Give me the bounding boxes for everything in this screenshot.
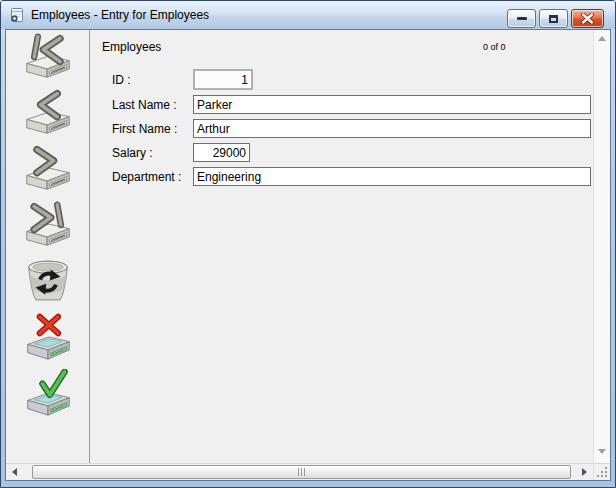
- vertical-scrollbar[interactable]: [593, 30, 610, 463]
- next-record-button[interactable]: [23, 145, 73, 193]
- last-record-button[interactable]: [23, 201, 73, 249]
- scroll-down-icon[interactable]: [598, 449, 606, 454]
- cancel-x-drive-icon: [24, 313, 72, 361]
- department-field[interactable]: [193, 167, 591, 186]
- previous-record-button[interactable]: [23, 89, 73, 137]
- scroll-up-icon[interactable]: [598, 36, 606, 41]
- scroll-right-button[interactable]: [576, 464, 593, 480]
- client-area: Employees 0 of 0 ID : Last Name : First …: [5, 29, 611, 481]
- last-name-field[interactable]: [193, 95, 591, 114]
- minimize-button[interactable]: [507, 9, 536, 28]
- close-button[interactable]: [571, 9, 604, 28]
- previous-record-icon: [24, 89, 72, 137]
- form-heading: Employees: [102, 40, 161, 54]
- horizontal-scrollbar-row: [6, 463, 610, 480]
- post-edits-button[interactable]: [23, 369, 73, 417]
- minimize-icon: [517, 17, 527, 20]
- scroll-left-button[interactable]: [6, 464, 23, 480]
- field-row-first-name: First Name :: [112, 118, 591, 139]
- id-label: ID :: [112, 73, 193, 87]
- salary-field[interactable]: [193, 143, 250, 162]
- resize-grip[interactable]: [593, 464, 610, 480]
- horizontal-scrollbar-track[interactable]: [23, 464, 576, 480]
- field-row-department: Department :: [112, 166, 591, 187]
- salary-label: Salary :: [112, 146, 193, 160]
- field-row-id: ID :: [112, 69, 253, 90]
- window-controls: [507, 9, 604, 28]
- record-counter: 0 of 0: [483, 42, 506, 52]
- cancel-edits-button[interactable]: [23, 313, 73, 361]
- trash-recycle-icon: [24, 257, 72, 305]
- maximize-icon: [549, 15, 558, 23]
- scroll-left-icon: [12, 468, 17, 476]
- next-record-icon: [24, 145, 72, 193]
- thumb-grip-icon: [298, 468, 306, 476]
- scroll-right-icon: [582, 468, 587, 476]
- app-window: Employees - Entry for Employees: [0, 0, 616, 488]
- close-icon: [581, 13, 594, 24]
- confirm-check-drive-icon: [24, 369, 72, 417]
- first-name-label: First Name :: [112, 122, 193, 136]
- horizontal-scroll-thumb[interactable]: [32, 465, 571, 479]
- window-title: Employees - Entry for Employees: [31, 8, 209, 22]
- last-record-icon: [24, 201, 72, 249]
- resize-grip-icon: [596, 466, 608, 478]
- field-row-salary: Salary :: [112, 142, 250, 163]
- first-record-icon: [24, 33, 72, 81]
- record-toolbar: [6, 30, 90, 463]
- maximize-button[interactable]: [539, 9, 568, 28]
- field-row-last-name: Last Name :: [112, 94, 591, 115]
- entry-form: Employees 0 of 0 ID : Last Name : First …: [90, 30, 593, 463]
- body: Employees 0 of 0 ID : Last Name : First …: [6, 30, 610, 463]
- titlebar: Employees - Entry for Employees: [1, 1, 615, 29]
- delete-record-button[interactable]: [23, 257, 73, 305]
- first-name-field[interactable]: [193, 119, 591, 138]
- first-record-button[interactable]: [23, 33, 73, 81]
- last-name-label: Last Name :: [112, 98, 193, 112]
- department-label: Department :: [112, 170, 193, 184]
- form-app-icon: [9, 7, 25, 23]
- id-field[interactable]: [193, 69, 253, 90]
